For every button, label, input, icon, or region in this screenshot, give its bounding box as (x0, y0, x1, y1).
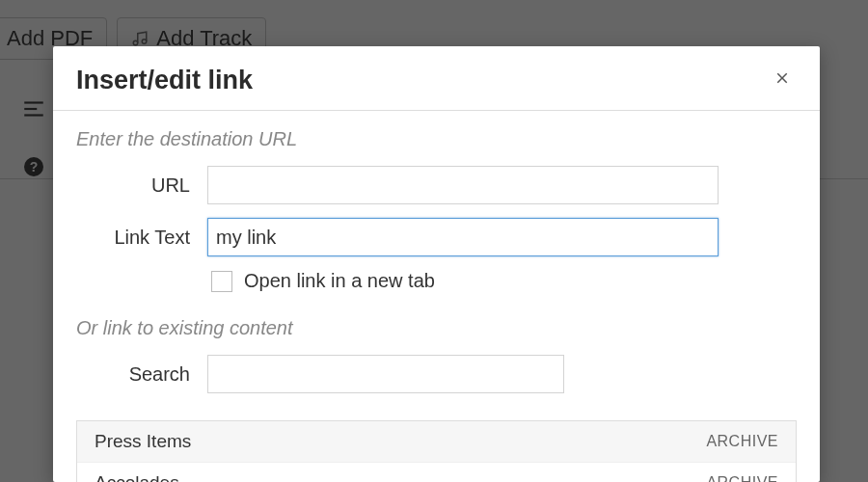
url-input[interactable] (207, 166, 719, 204)
result-title: Press Items (95, 431, 191, 452)
new-tab-row: Open link in a new tab (211, 270, 797, 292)
section-label-existing: Or link to existing content (76, 317, 797, 339)
result-item[interactable]: Accolades ARCHIVE (77, 463, 796, 482)
result-type: ARCHIVE (706, 433, 778, 450)
url-label: URL (76, 174, 190, 197)
close-button[interactable] (768, 64, 797, 96)
search-label: Search (76, 363, 190, 386)
url-row: URL (76, 166, 797, 204)
search-row: Search (76, 355, 797, 393)
result-type: ARCHIVE (706, 474, 778, 482)
close-icon (773, 69, 791, 87)
dialog-body: Enter the destination URL URL Link Text … (53, 111, 820, 482)
insert-link-dialog: Insert/edit link Enter the destination U… (53, 46, 820, 482)
dialog-header: Insert/edit link (53, 46, 820, 111)
link-text-label: Link Text (76, 227, 190, 249)
result-title: Accolades (95, 472, 179, 482)
search-input[interactable] (207, 355, 564, 393)
link-text-input[interactable] (207, 218, 719, 256)
dialog-title: Insert/edit link (76, 66, 253, 95)
results-list: Press Items ARCHIVE Accolades ARCHIVE (76, 420, 797, 482)
section-label-url: Enter the destination URL (76, 128, 797, 150)
new-tab-checkbox[interactable] (211, 271, 232, 292)
result-item[interactable]: Press Items ARCHIVE (77, 421, 796, 463)
link-text-row: Link Text (76, 218, 797, 256)
new-tab-label: Open link in a new tab (244, 270, 435, 292)
